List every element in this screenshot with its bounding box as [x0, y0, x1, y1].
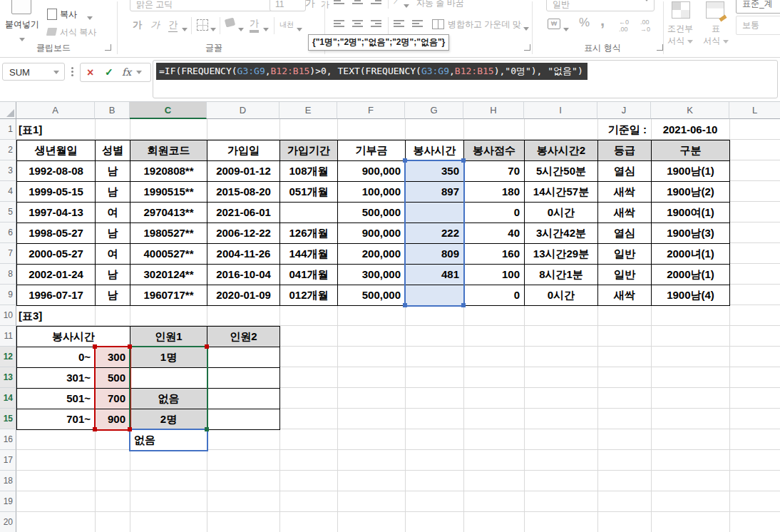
cell-D9[interactable]: 2020-01-09 [207, 285, 280, 306]
row-header-8[interactable]: 8 [0, 264, 16, 285]
cell-D11[interactable]: 인원2 [207, 326, 280, 347]
row-header-2[interactable]: 2 [0, 140, 16, 160]
range-handle[interactable] [403, 158, 407, 163]
align-middle-icon[interactable] [352, 0, 363, 6]
cell-H4[interactable]: 180 [463, 181, 525, 203]
cell-C4[interactable]: 1990515** [130, 181, 207, 203]
cell-A7[interactable]: 2000-05-27 [16, 243, 96, 265]
row-header-19[interactable]: 19 [0, 491, 16, 512]
cell-J4[interactable]: 새싹 [597, 181, 652, 203]
cell-style-selected[interactable]: 표준_계 [736, 0, 780, 14]
copy-button[interactable]: 복사 [60, 9, 77, 21]
font-color-chevron-icon[interactable] [263, 24, 269, 34]
cell-H5[interactable]: 0 [463, 202, 525, 223]
comma-style-button[interactable]: , [600, 11, 605, 30]
increase-indent-icon[interactable] [412, 20, 423, 29]
orientation-chevron-icon[interactable] [404, 0, 409, 10]
cell-I5[interactable]: 0시간 [524, 202, 598, 223]
cell-D7[interactable]: 2004-11-26 [207, 243, 280, 265]
borders-icon[interactable] [197, 19, 208, 31]
cell-J9[interactable]: 새싹 [597, 285, 652, 306]
cell-F8[interactable]: 300,000 [337, 264, 406, 285]
col-header-G[interactable]: G [405, 102, 463, 119]
shrink-font-button[interactable]: 가 [321, 0, 329, 11]
cell-A6[interactable]: 1998-05-27 [16, 222, 96, 244]
cell-I8[interactable]: 8시간1분 [524, 264, 598, 285]
cell-A15[interactable]: 701~ [16, 409, 96, 430]
decrease-decimal-icon[interactable]: .00→0 [640, 19, 650, 33]
cell-F6[interactable]: 900,000 [337, 222, 406, 244]
cell-K8[interactable]: 2000남(1) [651, 264, 730, 285]
cell-B9[interactable]: 남 [95, 285, 130, 306]
cell-D6[interactable]: 2006-12-22 [207, 222, 280, 244]
insert-function-button[interactable]: fx [122, 63, 131, 81]
align-top-icon[interactable] [334, 0, 344, 6]
fill-color-chevron-icon[interactable] [238, 24, 244, 34]
phonetic-chevron-icon[interactable] [297, 24, 302, 34]
cell-D3[interactable]: 2009-01-12 [207, 160, 280, 182]
cell-E7[interactable]: 144개월 [279, 243, 338, 265]
range-handle[interactable] [93, 344, 97, 349]
cell-B8[interactable]: 남 [95, 264, 130, 285]
cell-J5[interactable]: 새싹 [597, 202, 652, 223]
format-painter-button[interactable]: 서식 복사 [60, 26, 96, 39]
cell-C3[interactable]: 1920808** [130, 160, 207, 182]
row-header-16[interactable]: 16 [0, 429, 16, 450]
cell-B2[interactable]: 성별 [95, 140, 130, 161]
row-header-9[interactable]: 9 [0, 285, 16, 305]
row-header-4[interactable]: 4 [0, 181, 16, 202]
row-header-10[interactable]: 10 [0, 305, 16, 326]
paste-button[interactable]: 붙여넣기 [1, 19, 43, 31]
cell-D15[interactable] [207, 409, 280, 430]
array-range-green-C12-C15[interactable] [129, 346, 208, 431]
cell-I2[interactable]: 봉사시간2 [524, 140, 598, 161]
cell-E2[interactable]: 가입기간 [279, 140, 338, 161]
row-header-20[interactable]: 20 [0, 512, 16, 532]
underline-button[interactable]: 간 [168, 19, 178, 32]
cell-H9[interactable]: 0 [463, 285, 525, 306]
cell-H7[interactable]: 160 [463, 243, 525, 265]
cell-B3[interactable]: 남 [95, 160, 130, 182]
cell-K5[interactable]: 1900여(1) [651, 202, 730, 223]
cell-D12[interactable] [207, 347, 280, 368]
row-header-18[interactable]: 18 [0, 471, 16, 491]
cell-C9[interactable]: 1960717** [130, 285, 207, 306]
merge-center-icon[interactable] [432, 19, 444, 29]
cell-E6[interactable]: 126개월 [279, 222, 338, 244]
merge-center-button[interactable]: 병합하고 가운데 맞춤 [448, 19, 522, 31]
decrease-indent-icon[interactable] [394, 20, 404, 29]
cell-A3[interactable]: 1992-08-08 [16, 160, 96, 182]
row-header-13[interactable]: 13 [0, 367, 16, 388]
cell-C11[interactable]: 인원1 [130, 326, 207, 347]
enter-button[interactable]: ✓ [105, 63, 113, 81]
clipboard-dialog-launcher[interactable] [105, 44, 111, 51]
col-header-L[interactable]: L [729, 102, 780, 119]
align-left-icon[interactable] [334, 20, 344, 29]
alignment-dialog-launcher[interactable] [524, 44, 530, 51]
align-center-icon[interactable] [352, 20, 363, 29]
italic-button[interactable]: 가 [150, 19, 160, 31]
format-as-table-button[interactable]: 표서식 [702, 23, 730, 47]
row-header-7[interactable]: 7 [0, 243, 16, 264]
cell-B5[interactable]: 여 [95, 202, 130, 223]
range-handle[interactable] [403, 303, 407, 307]
orientation-icon[interactable]: ⟋ [394, 0, 399, 6]
cell-E3[interactable]: 108개월 [279, 160, 338, 182]
cell-E4[interactable]: 051개월 [279, 181, 338, 203]
cell-A9[interactable]: 1996-07-17 [16, 285, 96, 306]
cell-A11[interactable]: 봉사시간 [16, 326, 130, 347]
grow-font-button[interactable]: 가 [305, 0, 315, 10]
copy-chevron-icon[interactable] [87, 12, 93, 22]
worksheet-grid[interactable]: ABCDEFGHIJKL1234567891011121314151617181… [0, 102, 780, 532]
cell-D5[interactable]: 2021-06-01 [207, 202, 280, 223]
cell-F9[interactable]: 500,000 [337, 285, 406, 306]
font-size-select[interactable]: 11 [270, 0, 306, 11]
cell-A8[interactable]: 2002-01-24 [16, 264, 96, 285]
wrap-text-button[interactable]: 자동 줄 바꿈 [416, 0, 502, 9]
cell-H6[interactable]: 40 [463, 222, 525, 244]
row-header-11[interactable]: 11 [0, 326, 16, 347]
cancel-button[interactable]: × [87, 63, 93, 81]
cell-K9[interactable]: 1900남(4) [651, 285, 730, 306]
fx-chevron-icon[interactable] [136, 71, 142, 74]
cell-K7[interactable]: 2000녀(1) [651, 243, 730, 265]
